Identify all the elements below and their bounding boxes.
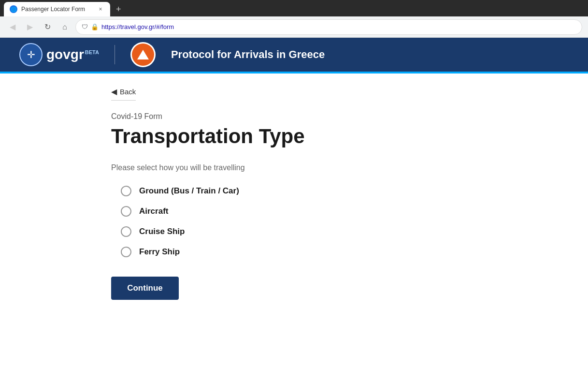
civil-protection-logo	[130, 42, 156, 67]
browser-titlebar: 🌐 Passenger Locator Form × +	[0, 0, 588, 16]
option-cruise[interactable]: Cruise Ship	[121, 226, 477, 237]
radio-aircraft[interactable]	[121, 206, 131, 217]
page-heading: Transportation Type	[111, 125, 477, 148]
option-ground[interactable]: Ground (Bus / Train / Car)	[121, 186, 477, 196]
emblem-symbol: ✛	[27, 49, 35, 60]
transport-type-options: Ground (Bus / Train / Car) Aircraft Crui…	[111, 186, 477, 257]
site-title: Protocol for Arrivals in Greece	[171, 48, 325, 61]
back-arrow-icon: ◀	[111, 87, 117, 96]
forward-button[interactable]: ▶	[23, 20, 37, 34]
address-bar[interactable]: 🛡 🔒 https://travel.gov.gr/#/form	[75, 19, 582, 35]
tab-close-button[interactable]: ×	[97, 5, 104, 13]
site-header: ✛ govgrBETA Protocol for Arrivals in Gre…	[0, 38, 588, 72]
tab-title: Passenger Locator Form	[21, 6, 93, 13]
option-aircraft[interactable]: Aircraft	[121, 206, 477, 217]
tab-favicon: 🌐	[10, 5, 17, 13]
section-label: Covid-19 Form	[111, 112, 477, 121]
option-ferry-label: Ferry Ship	[139, 247, 180, 257]
back-link[interactable]: ◀ Back	[111, 83, 136, 101]
lock-icon: 🔒	[91, 23, 99, 30]
main-content: ◀ Back Covid-19 Form Transportation Type…	[0, 74, 588, 329]
option-ferry[interactable]: Ferry Ship	[121, 247, 477, 257]
browser-toolbar: ◀ ▶ ↻ ⌂ 🛡 🔒 https://travel.gov.gr/#/form	[0, 16, 588, 38]
new-tab-button[interactable]: +	[112, 4, 125, 15]
beta-badge: BETA	[85, 49, 99, 55]
url-text: https://travel.gov.gr/#/form	[101, 23, 174, 30]
instruction-text: Please select how you will be travelling	[111, 163, 477, 172]
logo-govgr: govgrBETA	[46, 47, 99, 62]
civil-protection-emblem	[132, 44, 154, 66]
back-label: Back	[120, 88, 136, 96]
radio-ferry[interactable]	[121, 247, 131, 257]
triangle-icon	[137, 50, 149, 59]
govgr-logo: ✛ govgrBETA	[19, 43, 99, 66]
logo-emblem: ✛	[19, 43, 43, 66]
back-button[interactable]: ◀	[6, 20, 19, 34]
radio-ground[interactable]	[121, 186, 131, 196]
active-tab[interactable]: 🌐 Passenger Locator Form ×	[4, 2, 110, 16]
option-aircraft-label: Aircraft	[139, 206, 168, 216]
logo-text-block: govgrBETA	[46, 48, 99, 61]
header-divider	[115, 45, 115, 64]
continue-button[interactable]: Continue	[111, 277, 179, 300]
radio-cruise[interactable]	[121, 226, 131, 237]
option-ground-label: Ground (Bus / Train / Car)	[139, 186, 239, 196]
reload-button[interactable]: ↻	[41, 20, 54, 34]
option-cruise-label: Cruise Ship	[139, 227, 185, 236]
home-button[interactable]: ⌂	[58, 20, 72, 34]
shield-icon: 🛡	[82, 23, 88, 30]
